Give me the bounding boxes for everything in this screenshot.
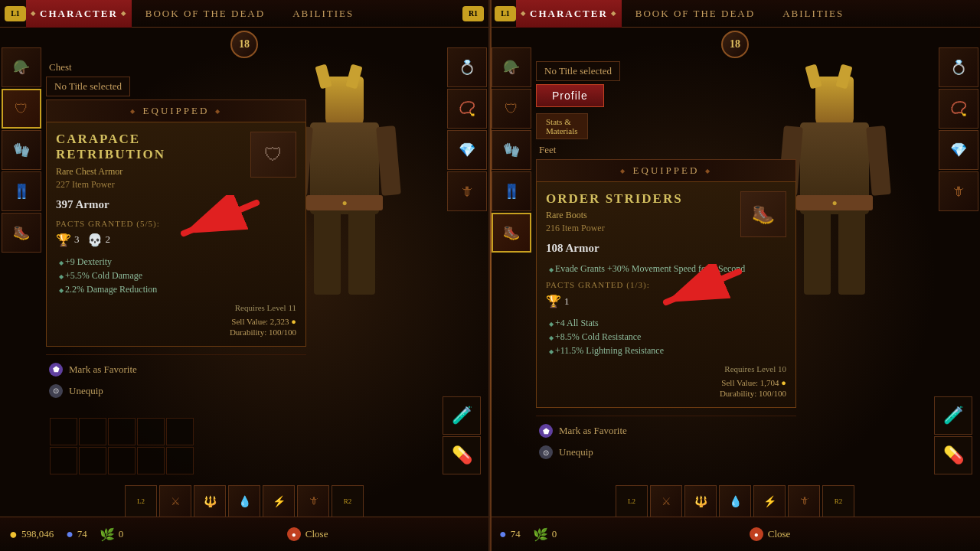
right-skill-1[interactable]: ⚔ [650,485,682,517]
left-equipped-header: EQUIPPED [46,99,306,122]
inv-slot-4[interactable] [166,418,194,445]
right-tab-book[interactable]: BOOK OF THE DEAD [622,0,769,28]
left-item-armor: 397 Armor [56,198,296,211]
right-panel: L1 CHARACTER BOOK OF THE DEAD ABILITIES … [490,0,980,551]
eq-slot-pants[interactable]: 👖 [2,171,41,211]
right-item-thumbnail: 🥾 [740,191,786,237]
left-pacts-row: 🏆 3 💀 2 [56,233,296,247]
right-favorite-icon: ⬟ [539,424,553,438]
rp-eq-chest[interactable]: 🛡 [492,89,531,129]
inv-slot-6[interactable] [79,447,106,474]
inv-slot-9[interactable] [166,447,194,474]
left-skill-l2[interactable]: L2 [125,485,157,517]
rp-eq-ring1[interactable]: 💍 [939,47,978,87]
right-skill-4[interactable]: ⚡ [753,485,786,517]
rp-eq-pants[interactable]: 👖 [492,171,531,211]
panel-divider [490,0,492,551]
left-pact-trophy: 🏆 3 [56,233,80,247]
inv-slot-2[interactable] [108,418,136,445]
left-location-label: Chest [46,61,306,73]
right-skill-5[interactable]: 🗡 [788,485,820,517]
rp-eq-amulet[interactable]: 📿 [939,89,978,129]
left-unequip-btn[interactable]: ⊙ Unequip [46,383,306,399]
inv-slot-0[interactable] [50,418,77,445]
eq-slot-ring1[interactable]: 💍 [447,47,487,87]
profile-button[interactable]: Profile [536,84,604,107]
left-close-button[interactable]: ● Close [287,527,328,541]
left-item-sell: Sell Value: 2,323 ● [56,317,296,326]
right-favorite-btn[interactable]: ⬟ Mark as Favorite [536,422,796,439]
right-action-btns: ⬟ Mark as Favorite ⊙ Unequip [536,416,796,461]
left-r1-button[interactable]: R1 [462,6,484,21]
left-unequip-icon: ⊙ [49,384,63,398]
rp-eq-ring2[interactable]: 💎 [939,130,978,170]
eq-slot-amulet[interactable]: 📿 [447,89,487,129]
right-potion-slot[interactable]: 🧪 [934,396,972,435]
right-l1-button[interactable]: L1 [495,6,516,21]
eq-slot-gloves[interactable]: 🧤 [2,130,41,170]
right-tab-character[interactable]: CHARACTER [516,0,622,28]
left-skill-bar: L2 ⚔ 🔱 💧 ⚡ 🗡 R2 [125,485,364,517]
right-skill-l2[interactable]: L2 [616,485,648,517]
right-eq-sidebar-left: 💍 📿 💎 🗡 [435,46,488,213]
stats-materials-tab[interactable]: Stats &Materials [536,113,588,139]
eq-slot-helm[interactable]: 🪖 [2,47,41,87]
left-tab-character[interactable]: CHARACTER [26,0,132,28]
right-skill-2[interactable]: 🔱 [684,485,717,517]
right-elixir-slot[interactable]: 💊 [934,436,972,474]
left-skill-5[interactable]: 🗡 [297,485,329,517]
left-item-durability: Durability: 100/100 [56,328,296,337]
left-item-type: Rare Chest Armor [56,166,244,178]
eq-slot-offhand[interactable]: 🗡 [447,171,487,211]
inv-slot-7[interactable] [108,447,136,474]
right-item-desc: Evade Grants +30% Movement Speed for 1 S… [546,262,786,276]
left-pacts-label: PACTS GRANTED (5/5): [56,219,296,228]
eq-slot-chest[interactable]: 🛡 [2,89,41,129]
left-elixir-slot[interactable]: 💊 [443,436,481,474]
right-item-name: ORDER STRIDERS [546,191,734,207]
left-affix-2: 2.2% Damage Reduction [56,284,296,295]
rp-eq-gloves[interactable]: 🧤 [492,130,531,170]
left-item-power: 227 Item Power [56,179,244,191]
right-skill-3[interactable]: 💧 [719,485,751,517]
inv-slot-1[interactable] [79,418,106,445]
left-item-panel: Chest No Title selected EQUIPPED CARAPAC… [46,61,306,404]
left-favorite-btn[interactable]: ⬟ Mark as Favorite [46,361,306,378]
left-affix-0: +9 Dexterity [56,256,296,268]
left-skill-4[interactable]: ⚡ [263,485,295,517]
right-bottom-bar: ● 74 🌿 0 ● Close [490,517,980,551]
left-action-btns: ⬟ Mark as Favorite ⊙ Unequip [46,354,306,399]
rp-eq-helm[interactable]: 🪖 [492,47,531,87]
left-tab-book[interactable]: BOOK OF THE DEAD [132,0,279,28]
left-item-card: CARAPACERETRIBUTION Rare Chest Armor 227… [46,122,306,347]
inv-slot-8[interactable] [137,447,165,474]
left-item-thumbnail: 🛡 [250,132,296,178]
left-eq-sidebar: 🪖 🛡 🧤 👖 🥾 [0,46,46,254]
left-pact-skull: 💀 2 [87,233,111,247]
right-unequip-btn[interactable]: ⊙ Unequip [536,444,796,461]
inv-slot-5[interactable] [50,447,77,474]
right-close-button[interactable]: ● Close [750,527,791,541]
eq-slot-ring2[interactable]: 💎 [447,130,487,170]
right-tab-abilities[interactable]: ABILITIES [769,0,858,28]
left-level-badge: 18 [230,31,258,58]
eq-slot-boots[interactable]: 🥾 [2,213,41,253]
left-currency-blue: ● 74 [66,527,87,541]
left-tab-abilities[interactable]: ABILITIES [279,0,368,28]
left-skill-1[interactable]: ⚔ [159,485,191,517]
left-no-title: No Title selected [46,77,130,96]
left-potion-slot[interactable]: 🧪 [443,396,481,435]
inv-slot-3[interactable] [137,418,165,445]
rp-eq-offhand[interactable]: 🗡 [939,171,978,211]
right-skill-r2[interactable]: R2 [822,485,854,517]
rp-eq-boots[interactable]: 🥾 [492,213,531,253]
right-panel-eq-left: 🪖 🛡 🧤 👖 🥾 [490,46,536,254]
left-favorite-icon: ⬟ [49,363,63,377]
right-pacts-label: PACTS GRANTED (1/3): [546,280,786,289]
right-currency-blue: ● 74 [499,527,521,541]
left-skill-r2[interactable]: R2 [332,485,364,517]
left-skill-2[interactable]: 🔱 [194,485,226,517]
left-l1-button[interactable]: L1 [5,6,26,21]
left-skill-3[interactable]: 💧 [228,485,260,517]
right-affix-1: +8.5% Cold Resistance [546,331,786,343]
